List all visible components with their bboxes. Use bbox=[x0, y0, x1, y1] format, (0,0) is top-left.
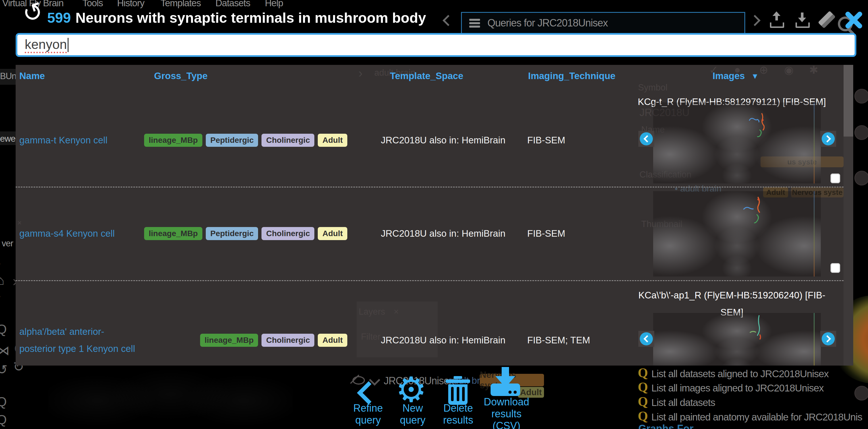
tag-adult[interactable]: Adult bbox=[318, 134, 347, 147]
slash-icon: / bbox=[0, 293, 0, 309]
query-menu-label: List all painted anatomy available for J… bbox=[651, 411, 862, 423]
column-header-name[interactable]: Name bbox=[19, 70, 45, 81]
query-menu-label: List all datasets aligned to JRC2018Unis… bbox=[651, 368, 829, 379]
bg-symbol-label: Symbol bbox=[638, 83, 668, 93]
row-1-tags: lineage_MBp Peptidergic Cholinergic Adul… bbox=[159, 134, 347, 147]
query-menu-label: List all images aligned to JRC2018Unisex bbox=[651, 382, 824, 394]
slice-indicator bbox=[814, 191, 814, 277]
refine-query-icon[interactable] bbox=[357, 381, 380, 404]
row-1-image-prev-button[interactable] bbox=[638, 131, 654, 147]
query-menu-item[interactable]: Q List all painted anatomy available for… bbox=[638, 408, 862, 424]
row-3-template-space: JRC2018U also in: HemiBrain bbox=[381, 335, 505, 346]
menu-datasets[interactable]: Datasets bbox=[215, 0, 250, 8]
row-2-brain-image[interactable] bbox=[653, 191, 821, 277]
column-header-template-space[interactable]: Template_Space bbox=[390, 70, 463, 81]
delete-results-button[interactable]: Delete results bbox=[435, 402, 481, 426]
tag-adult[interactable]: Adult bbox=[318, 227, 347, 240]
query-q-icon: Q bbox=[638, 408, 648, 424]
row-2-template-space: JRC2018U also in: HemiBrain bbox=[381, 228, 505, 239]
graphs-for-heading: Graphs For bbox=[638, 423, 693, 429]
row-3-brain-image[interactable] bbox=[653, 313, 821, 366]
row-1-checkbox[interactable] bbox=[831, 174, 840, 183]
menu-help[interactable]: Help bbox=[265, 0, 283, 8]
queries-next-icon[interactable] bbox=[749, 15, 761, 26]
query-q-icon[interactable]: Q bbox=[0, 394, 7, 409]
row-2-checkbox[interactable] bbox=[831, 263, 840, 273]
row-1-brain-image[interactable] bbox=[653, 103, 821, 183]
query-menu-label: List all datasets bbox=[651, 397, 715, 408]
download-icon[interactable] bbox=[795, 11, 811, 28]
menu-templates[interactable]: Templates bbox=[161, 0, 200, 8]
row-3-tags: lineage_MBp Cholinergic Adult bbox=[159, 334, 347, 347]
bg-chevron-icon: › bbox=[359, 66, 363, 80]
column-header-imaging-technique[interactable]: Imaging_Technique bbox=[528, 70, 615, 81]
bg-layers-close-icon: × bbox=[394, 307, 399, 317]
tag-adult[interactable]: Adult bbox=[318, 334, 347, 347]
tag-peptidergic[interactable]: Peptidergic bbox=[206, 227, 258, 240]
refine-query-button[interactable]: Refine query bbox=[345, 402, 391, 426]
edge-badge-icon bbox=[855, 89, 868, 104]
table-scrollbar-thumb[interactable] bbox=[843, 65, 853, 137]
slice-indicator bbox=[814, 103, 814, 183]
edge-badge-icon bbox=[855, 171, 868, 185]
download-results-icon[interactable] bbox=[491, 367, 520, 395]
tag-cholinergic[interactable]: Cholinergic bbox=[261, 334, 314, 347]
column-header-gross-type[interactable]: Gross_Type bbox=[154, 70, 208, 81]
menu-tools[interactable]: Tools bbox=[83, 0, 103, 8]
bg-target-icon: ⊕ bbox=[759, 65, 768, 76]
query-q-icon[interactable]: Q bbox=[0, 321, 7, 337]
row-1-name-link[interactable]: gamma-t Kenyon cell bbox=[19, 132, 144, 149]
eraser-icon[interactable] bbox=[818, 11, 836, 28]
tag-lineage-mbp[interactable]: lineage_MBp bbox=[144, 227, 203, 240]
home-icon[interactable]: ⌂ bbox=[0, 273, 4, 288]
upload-icon[interactable] bbox=[769, 11, 785, 28]
query-q-icon: Q bbox=[638, 365, 648, 380]
bowtie-icon[interactable]: ⋈ bbox=[0, 343, 10, 358]
tag-peptidergic[interactable]: Peptidergic bbox=[206, 134, 258, 147]
tag-cholinergic[interactable]: Cholinergic bbox=[261, 227, 314, 240]
row-1-image-next-button[interactable] bbox=[820, 131, 836, 147]
delete-results-trash-icon[interactable] bbox=[446, 376, 470, 406]
bg-eye-icon: ◉ bbox=[784, 65, 794, 76]
rotate-ccw-icon[interactable]: ↺ bbox=[0, 362, 8, 377]
queries-prev-icon[interactable] bbox=[442, 15, 454, 26]
query-q-icon[interactable]: Q bbox=[0, 412, 7, 427]
new-query-button[interactable]: New query bbox=[390, 402, 435, 426]
query-menu-item[interactable]: Q List all datasets aligned to JRC2018Un… bbox=[638, 365, 829, 380]
tag-cholinergic[interactable]: Cholinergic bbox=[261, 134, 314, 147]
edge-badge-icon bbox=[855, 125, 868, 140]
row-2-name-link[interactable]: gamma-s4 Kenyon cell bbox=[19, 225, 144, 242]
row-3-image-next-button[interactable] bbox=[820, 331, 836, 347]
row-3-name-link[interactable]: alpha'/beta' anterior-posterior type 1 K… bbox=[19, 323, 140, 357]
menu-history[interactable]: History bbox=[117, 0, 144, 8]
hamburger-icon[interactable] bbox=[469, 17, 480, 29]
query-menu-item[interactable]: Q List all images aligned to JRC2018Unis… bbox=[638, 379, 824, 395]
row-divider bbox=[16, 187, 843, 188]
row-3-image-prev-button[interactable] bbox=[638, 331, 654, 347]
new-query-gear-icon[interactable]: ⚙ bbox=[396, 375, 427, 404]
row-1-template-space: JRC2018U also in: HemiBrain bbox=[381, 135, 505, 146]
tab-fragment-ver: ver bbox=[2, 238, 13, 249]
result-count: 599 bbox=[47, 10, 71, 26]
bg-cluster-icon: ✱ bbox=[809, 65, 818, 76]
download-results-button[interactable]: Download results (CSV) bbox=[481, 396, 532, 429]
text-caret bbox=[68, 38, 68, 52]
app-window: Virtual Fly Brain Tools History Template… bbox=[0, 0, 868, 429]
result-title: Neurons with synaptic terminals in mushr… bbox=[75, 10, 426, 26]
neuron-trace bbox=[740, 196, 772, 228]
query-menu-item[interactable]: Q List all datasets bbox=[638, 394, 715, 409]
queries-selector-label: Queries for JRC2018Unisex bbox=[488, 17, 608, 29]
bg-filter-label: Filter bbox=[361, 332, 380, 342]
tag-lineage-mbp[interactable]: lineage_MBp bbox=[200, 334, 258, 347]
sort-desc-icon[interactable]: ▼ bbox=[751, 72, 759, 81]
neuron-trace bbox=[740, 315, 772, 349]
row-1-imaging-technique: FIB-SEM bbox=[527, 135, 565, 146]
row-divider bbox=[16, 280, 843, 281]
page-title: 599 Neurons with synaptic terminals in m… bbox=[47, 10, 426, 26]
queries-selector[interactable]: Queries for JRC2018Unisex bbox=[461, 12, 745, 34]
column-header-images[interactable]: Images bbox=[713, 70, 745, 81]
query-q-icon: Q bbox=[638, 394, 648, 409]
search-input[interactable]: kenyon bbox=[16, 33, 856, 57]
tab-fragment-viewer: ewer bbox=[0, 134, 18, 144]
tag-lineage-mbp[interactable]: lineage_MBp bbox=[144, 134, 203, 147]
